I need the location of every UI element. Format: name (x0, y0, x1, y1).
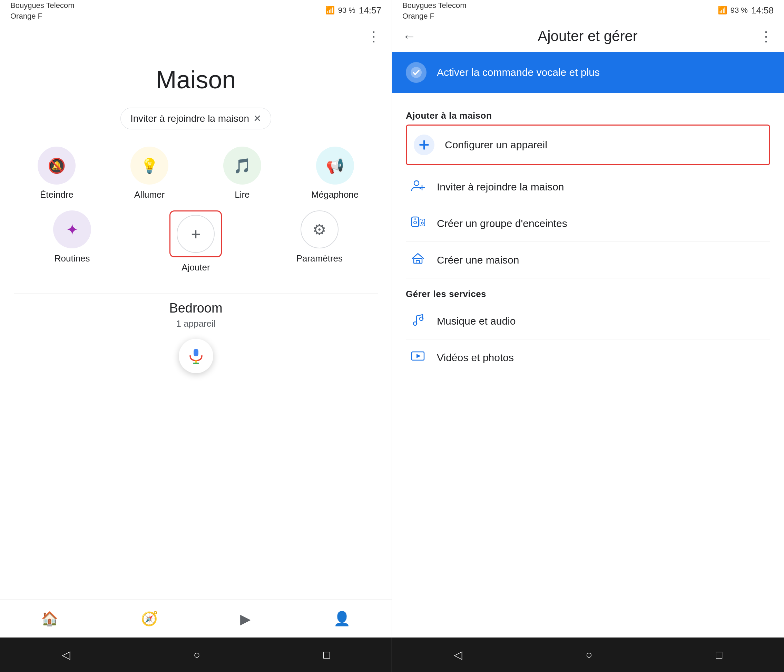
section-add-header: Ajouter à la maison (406, 110, 770, 121)
android-back-right[interactable]: ◁ (454, 648, 462, 661)
megaphone-icon: 📢 (326, 157, 344, 174)
routines-icon: ✦ (66, 221, 79, 238)
voice-banner[interactable]: Activer la commande vocale et plus (392, 52, 784, 93)
ajouter-label: Ajouter (182, 262, 210, 273)
music-item[interactable]: Musique et audio (406, 303, 770, 340)
right-phone: Bouygues Telecom Orange F 📶 93 % 14:58 ←… (392, 0, 784, 672)
carrier-right: Bouygues Telecom Orange F (402, 0, 467, 21)
invite-icon (409, 178, 426, 196)
back-button[interactable]: ← (402, 29, 416, 44)
create-home-item[interactable]: Créer une maison (406, 242, 770, 278)
parametres-label: Paramètres (296, 253, 343, 264)
music-note-icon (410, 312, 425, 327)
music-icon (409, 312, 426, 330)
eteindre-label: Éteindre (40, 189, 73, 200)
right-main-content: Ajouter à la maison Configurer un appare… (392, 96, 784, 638)
svg-rect-0 (194, 349, 198, 356)
nav-account-icon[interactable]: 👤 (333, 611, 351, 627)
megaphone-label: Mégaphone (311, 189, 359, 200)
video-play-icon (410, 348, 425, 363)
svg-marker-20 (417, 354, 421, 358)
shortcut-ajouter[interactable]: + Ajouter (137, 210, 254, 273)
config-plus-icon (414, 135, 434, 155)
mic-button[interactable] (179, 339, 213, 373)
section-manage-header: Gérer les services (406, 289, 770, 300)
shortcut-eteindre[interactable]: 🔕 Éteindre (14, 147, 100, 200)
shortcut-routines[interactable]: ✦ Routines (14, 210, 131, 273)
bedroom-section: Bedroom 1 appareil (14, 301, 378, 373)
status-right-right: 📶 93 % 14:58 (718, 5, 774, 16)
speaker-icon (409, 214, 426, 233)
shortcut-lire[interactable]: 🎵 Lire (199, 147, 285, 200)
shortcut-parametres[interactable]: ⚙ Paramètres (261, 210, 378, 273)
more-menu-icon-left[interactable]: ⋮ (367, 28, 381, 44)
shortcut-allumer[interactable]: 💡 Allumer (107, 147, 193, 200)
android-nav-left: ◁ ○ □ (0, 638, 392, 672)
routines-label: Routines (54, 253, 90, 264)
bottom-nav-left: 🏠 🧭 ▶ 👤 (0, 599, 392, 638)
videos-label: Vidéos et photos (437, 352, 514, 363)
megaphone-circle: 📢 (316, 147, 354, 185)
signal-icon: 📶 (325, 6, 335, 15)
right-header: ← Ajouter et gérer ⋮ (392, 21, 784, 52)
invite-pill[interactable]: Inviter à rejoindre la maison ✕ (120, 108, 271, 129)
videos-item[interactable]: Vidéos et photos (406, 340, 770, 376)
config-device-item[interactable]: Configurer un appareil (406, 124, 770, 165)
svg-point-6 (414, 181, 419, 186)
divider-left (14, 293, 378, 294)
nav-explore-icon[interactable]: 🧭 (141, 611, 158, 627)
video-icon (409, 348, 426, 367)
battery-right: 93 % (731, 6, 748, 15)
svg-point-10 (414, 221, 417, 224)
android-back-left[interactable]: ◁ (62, 648, 70, 661)
plus-icon (418, 139, 430, 151)
settings-icon: ⚙ (313, 221, 326, 238)
right-page-title: Ajouter et gérer (423, 28, 752, 45)
eteindre-circle: 🔕 (37, 147, 76, 185)
android-home-left[interactable]: ○ (194, 649, 200, 661)
svg-rect-12 (420, 219, 425, 226)
speaker-group-item[interactable]: Créer un groupe d'enceintes (406, 205, 770, 242)
time-left: 14:57 (359, 5, 381, 16)
signal-icon-right: 📶 (718, 6, 727, 15)
android-home-right[interactable]: ○ (586, 649, 592, 661)
allumer-circle: 💡 (131, 147, 168, 185)
allumer-label: Allumer (134, 189, 165, 200)
add-circle: + (177, 215, 215, 253)
shortcuts-row1: 🔕 Éteindre 💡 Allumer 🎵 Lire 📢 (14, 147, 378, 200)
add-box: + (170, 210, 222, 258)
invite-label: Inviter à rejoindre la maison (437, 181, 564, 193)
lire-icon: 🎵 (233, 157, 251, 174)
add-icon: + (191, 225, 201, 244)
bedroom-title: Bedroom (169, 301, 222, 316)
status-right-left: 📶 93 % 14:57 (325, 5, 381, 16)
add-person-icon (410, 178, 425, 193)
nav-home-icon[interactable]: 🏠 (41, 611, 58, 627)
android-recents-left[interactable]: □ (324, 649, 330, 661)
pill-close-icon[interactable]: ✕ (253, 113, 261, 124)
more-menu-icon-right[interactable]: ⋮ (759, 28, 774, 44)
svg-point-13 (422, 222, 423, 224)
left-phone: Bouygues Telecom Orange F 📶 93 % 14:57 ⋮… (0, 0, 392, 672)
nav-media-icon[interactable]: ▶ (240, 611, 251, 627)
android-recents-right[interactable]: □ (716, 649, 722, 661)
mic-icon (187, 348, 205, 365)
house-icon (410, 251, 425, 266)
lire-circle: 🎵 (223, 147, 261, 185)
left-main-content: Maison Inviter à rejoindre la maison ✕ 🔕… (0, 52, 392, 599)
invite-pill-text: Inviter à rejoindre la maison (131, 113, 249, 124)
create-home-label: Créer une maison (437, 254, 519, 266)
invite-item[interactable]: Inviter à rejoindre la maison (406, 169, 770, 205)
bedroom-subtitle: 1 appareil (176, 318, 215, 329)
status-bar-right: Bouygues Telecom Orange F 📶 93 % 14:58 (392, 0, 784, 21)
settings-circle: ⚙ (300, 210, 339, 248)
battery-left: 93 % (338, 6, 355, 15)
svg-point-11 (414, 218, 416, 220)
home-icon (409, 251, 426, 269)
lire-label: Lire (235, 189, 249, 200)
speaker-group-label: Créer un groupe d'enceintes (437, 218, 567, 230)
shortcut-megaphone[interactable]: 📢 Mégaphone (292, 147, 378, 200)
speaker-group-icon (410, 214, 425, 230)
svg-point-14 (422, 220, 423, 222)
shortcuts-row2: ✦ Routines + Ajouter ⚙ Paramètres (14, 210, 378, 273)
